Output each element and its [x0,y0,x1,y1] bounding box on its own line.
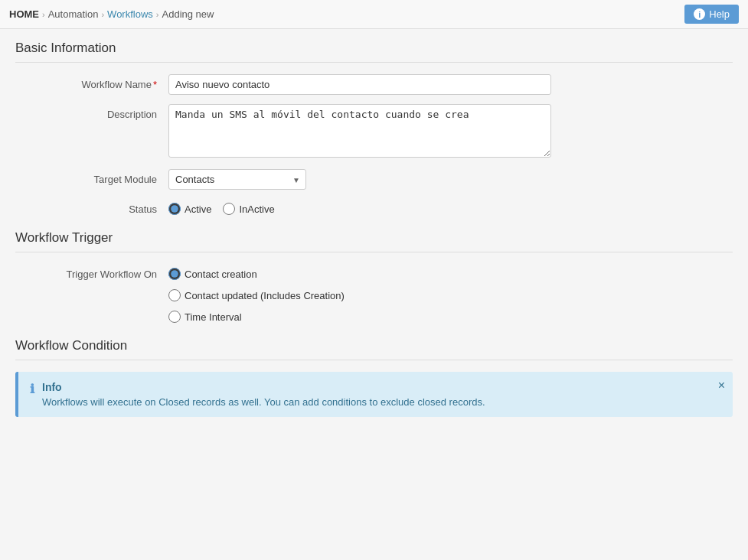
status-inactive-label: InActive [239,203,274,215]
main-content: Basic Information Workflow Name* Descrip… [0,29,748,444]
breadcrumb-sep-1: › [42,10,45,19]
info-circle-icon: ℹ [30,382,34,396]
target-module-row: Target Module Contacts Leads Accounts Op… [15,169,733,190]
workflow-name-input[interactable] [168,74,551,95]
workflow-trigger-section: Workflow Trigger Trigger Workflow On Con… [15,230,733,323]
status-active-option[interactable]: Active [168,203,211,215]
breadcrumb-sep-2: › [101,10,104,19]
status-active-label: Active [185,203,211,215]
basic-information-title: Basic Information [15,41,733,63]
basic-information-section: Basic Information Workflow Name* Descrip… [15,41,733,215]
trigger-contact-creation-label: Contact creation [185,269,257,280]
status-active-radio[interactable] [168,203,181,215]
target-module-wrap: Contacts Leads Accounts Opportunities ▼ [168,169,551,190]
description-wrap: Manda un SMS al móvil del contacto cuand… [168,104,551,160]
status-radio-group: Active InActive [168,199,551,215]
target-module-select-wrap: Contacts Leads Accounts Opportunities ▼ [168,169,306,190]
description-label: Description [15,104,168,120]
trigger-radio-group: Contact creation Contact updated (Includ… [168,264,551,323]
status-inactive-option[interactable]: InActive [223,203,274,215]
home-link[interactable]: HOME [9,8,39,20]
workflow-condition-title: Workflow Condition [15,338,733,360]
breadcrumb: HOME › Automation › Workflows › Adding n… [9,8,214,20]
info-box: ℹ Info Workflows will execute on Closed … [15,372,733,417]
workflow-trigger-title: Workflow Trigger [15,230,733,252]
status-wrap: Active InActive [168,199,551,215]
required-marker: * [153,79,157,90]
trigger-time-interval-radio[interactable] [168,311,181,323]
target-module-label: Target Module [15,169,168,185]
trigger-options-wrap: Contact creation Contact updated (Includ… [168,264,551,323]
info-content: Info Workflows will execute on Closed re… [42,381,721,408]
trigger-time-interval-label: Time Interval [185,311,242,323]
help-button[interactable]: i Help [684,5,739,24]
info-text: Workflows will execute on Closed records… [42,396,721,408]
breadcrumb-sep-3: › [156,10,159,19]
trigger-contact-creation-radio[interactable] [168,268,181,280]
status-row: Status Active InActive [15,199,733,215]
workflow-name-wrap [168,74,551,95]
help-label: Help [709,8,730,20]
info-title: Info [42,381,721,393]
workflow-name-row: Workflow Name* [15,74,733,95]
status-label: Status [15,199,168,215]
trigger-contact-updated-radio[interactable] [168,289,181,301]
description-row: Description Manda un SMS al móvil del co… [15,104,733,160]
breadcrumb-workflows[interactable]: Workflows [107,8,153,20]
breadcrumb-current: Adding new [162,8,214,20]
target-module-select[interactable]: Contacts Leads Accounts Opportunities [168,169,306,190]
workflow-condition-section: Workflow Condition ℹ Info Workflows will… [15,338,733,417]
status-inactive-radio[interactable] [223,203,235,215]
workflow-name-label: Workflow Name* [15,74,168,90]
trigger-time-interval-option[interactable]: Time Interval [168,311,551,323]
trigger-contact-updated-option[interactable]: Contact updated (Includes Creation) [168,289,551,301]
help-info-icon: i [694,8,705,20]
trigger-contact-creation-option[interactable]: Contact creation [168,268,551,280]
trigger-row: Trigger Workflow On Contact creation Con… [15,264,733,323]
trigger-label: Trigger Workflow On [15,264,168,280]
topbar: HOME › Automation › Workflows › Adding n… [0,0,748,29]
description-input[interactable]: Manda un SMS al móvil del contacto cuand… [168,104,551,158]
info-close-button[interactable]: × [718,379,725,392]
trigger-contact-updated-label: Contact updated (Includes Creation) [185,290,345,301]
breadcrumb-automation: Automation [48,8,99,20]
